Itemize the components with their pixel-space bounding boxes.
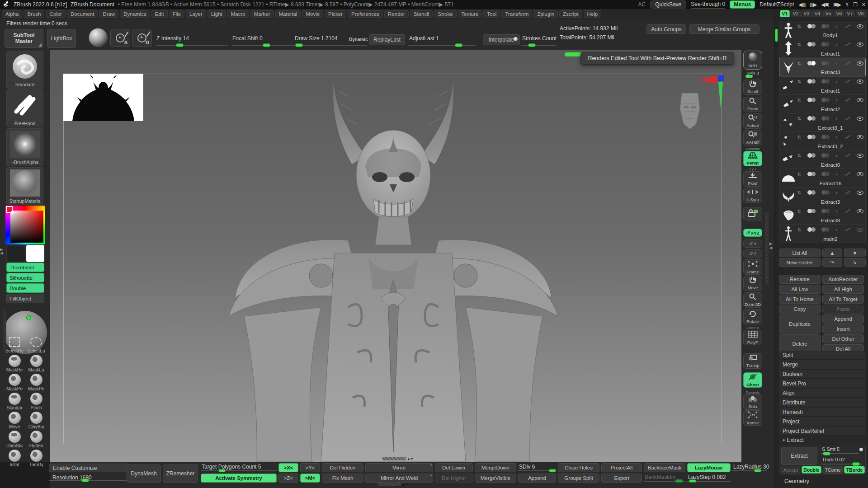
menu-material[interactable]: Material: [275, 10, 301, 18]
brush-toggle-icon[interactable]: [845, 172, 850, 176]
right-shelf-scrollbar[interactable]: [765, 212, 769, 285]
brush-toggle-icon[interactable]: [845, 135, 850, 139]
quick-brush-selectre[interactable]: SelectRe: [5, 335, 24, 354]
export-button[interactable]: Export: [601, 474, 642, 483]
polypaint-icon[interactable]: [807, 24, 812, 28]
accept-button[interactable]: Accept: [781, 466, 800, 474]
paste-button[interactable]: Paste: [822, 305, 864, 314]
displacement-icon[interactable]: ◐: [836, 208, 839, 214]
color-picker[interactable]: [5, 206, 45, 244]
stroke-picker-button[interactable]: S: [110, 29, 130, 47]
menu-macro[interactable]: Macro: [227, 10, 249, 18]
uv-icon[interactable]: [821, 98, 826, 102]
uv-icon[interactable]: [821, 153, 826, 158]
quick-brush-maskpe[interactable]: MaskPe: [26, 373, 46, 392]
polypaint-icon[interactable]: [807, 116, 812, 121]
section-align[interactable]: Align: [779, 389, 866, 398]
uv-icon[interactable]: [821, 79, 826, 84]
scroll-button[interactable]: Scroll: [743, 80, 762, 95]
brush-toggle-icon[interactable]: [845, 227, 850, 231]
camera-button[interactable]: [743, 207, 762, 221]
light-placement-dot[interactable]: [26, 315, 31, 320]
uv-icon[interactable]: [821, 209, 826, 213]
persp-button[interactable]: Persp: [743, 151, 762, 166]
transp-button[interactable]: Transp: [743, 353, 763, 369]
activate-symmetry-button[interactable]: Activate Symmetry: [201, 474, 277, 483]
mirror-and-weld-button[interactable]: Mirror And Weld: [365, 474, 433, 483]
toggle-double[interactable]: Double: [6, 283, 44, 293]
visibility-eye-icon[interactable]: [857, 42, 863, 47]
uv-icon[interactable]: [821, 190, 826, 195]
slider-handle[interactable]: [218, 469, 226, 472]
toggle-fillobject[interactable]: FillObject: [6, 294, 44, 303]
brush-toggle-icon[interactable]: [845, 209, 850, 213]
menu-help[interactable]: Help: [584, 10, 602, 18]
menu-picker[interactable]: Picker: [325, 10, 346, 18]
groups-split-button[interactable]: Groups Split: [558, 474, 599, 483]
tray-divider-arrows-icon[interactable]: ▶◀: [0, 248, 3, 255]
flip-icon[interactable]: ⇅: [797, 172, 801, 177]
polypaint-icon[interactable]: [807, 61, 812, 66]
mirror-button[interactable]: Mirror: [365, 463, 433, 472]
slider-handle[interactable]: [675, 479, 683, 483]
tcorner-button[interactable]: TCorne: [823, 466, 843, 474]
menu-movie[interactable]: Movie: [302, 10, 323, 18]
displacement-icon[interactable]: ◐: [836, 227, 839, 232]
persp-button[interactable]: DynamicPersp: [743, 147, 763, 166]
x-button[interactable]: >X<: [278, 463, 298, 472]
brush-toggle-icon[interactable]: [845, 116, 850, 120]
del-higher-button[interactable]: Del Higher: [435, 474, 473, 483]
canvas-scrollbar[interactable]: ▲▼: [382, 456, 416, 461]
enable-customize-button[interactable]: Enable Customize: [49, 464, 129, 472]
spix-handle[interactable]: [745, 75, 753, 78]
brush-startupmateria[interactable]: StartupMateria: [6, 167, 43, 205]
menu-render[interactable]: Render: [384, 10, 409, 18]
new-folder-button[interactable]: New Folder: [779, 258, 821, 267]
rotate-button[interactable]: Rotate: [743, 309, 762, 324]
next-layout-icon[interactable]: ▣▶: [833, 2, 841, 8]
backmaskint-slider[interactable]: BackMaskInt: [644, 474, 685, 483]
subtool-row-extract3-9[interactable]: ⇅◐Extract3: [779, 188, 866, 206]
solo-button[interactable]: DynamicSolo: [743, 390, 763, 410]
zoom-button[interactable]: Zoom: [743, 97, 763, 112]
flip-icon[interactable]: ⇅: [797, 153, 801, 158]
uv-icon[interactable]: [821, 172, 826, 176]
right-tray-toggle-icon[interactable]: ||||▶: [810, 2, 816, 8]
polypaint-icon[interactable]: [807, 135, 812, 139]
menu-dynamics[interactable]: Dynamics: [120, 10, 150, 18]
del-other-button[interactable]: Del Other: [822, 334, 864, 343]
all-to-home-button[interactable]: All To Home: [779, 295, 821, 304]
rotate-button[interactable]: Rotate: [743, 309, 763, 324]
displacement-icon[interactable]: ◐: [836, 23, 839, 29]
aahalf-button[interactable]: AAHalf: [743, 130, 763, 145]
section-boolean[interactable]: Boolean: [779, 370, 866, 379]
toggle-silhouette[interactable]: Silhouette: [6, 273, 44, 282]
dynamesh-button[interactable]: DynaMesh: [127, 465, 161, 483]
lazystep-0-082-slider[interactable]: LazyStep 0.082: [687, 474, 731, 483]
menu-transform[interactable]: Transform: [501, 10, 532, 18]
subtool-master-button[interactable]: SubTool Master: [5, 29, 43, 48]
quick-brush-maskre[interactable]: MaskRe: [5, 354, 24, 373]
section-bevel-pro[interactable]: Bevel Pro: [779, 379, 866, 388]
rename-button[interactable]: Rename: [779, 275, 821, 284]
quick-brush-maskpe[interactable]: MaskPe: [5, 373, 24, 392]
visibility-eye-icon[interactable]: [857, 154, 863, 158]
menu-texture[interactable]: Texture: [458, 10, 482, 18]
visibility-eye-icon[interactable]: [857, 80, 863, 84]
document-thumbnail[interactable]: [63, 74, 143, 121]
left-tray-toggle-icon[interactable]: ◀||||: [798, 2, 805, 8]
floor-button[interactable]: Floor: [743, 171, 762, 187]
quick-brush-claybui[interactable]: ClayBui: [26, 411, 46, 430]
quick-brush-pinch[interactable]: Pinch: [26, 392, 46, 411]
right-shelf-scroll-arrows-icon[interactable]: ▶◀: [769, 242, 772, 250]
ghost-button[interactable]: Ghost: [743, 372, 763, 388]
visibility-eye-icon[interactable]: [857, 209, 863, 213]
flip-icon[interactable]: ⇅: [797, 61, 801, 66]
scrollbar-arrows-icon[interactable]: ▲▼: [407, 457, 413, 461]
section-project[interactable]: Project: [779, 417, 866, 426]
zremesher-button[interactable]: ZRemesher: [163, 465, 198, 483]
flip-icon[interactable]: ⇅: [797, 79, 801, 84]
s-smt-dot-icon[interactable]: [859, 448, 863, 451]
scroll-button[interactable]: Scroll: [743, 80, 763, 95]
uv-icon[interactable]: [821, 42, 826, 47]
